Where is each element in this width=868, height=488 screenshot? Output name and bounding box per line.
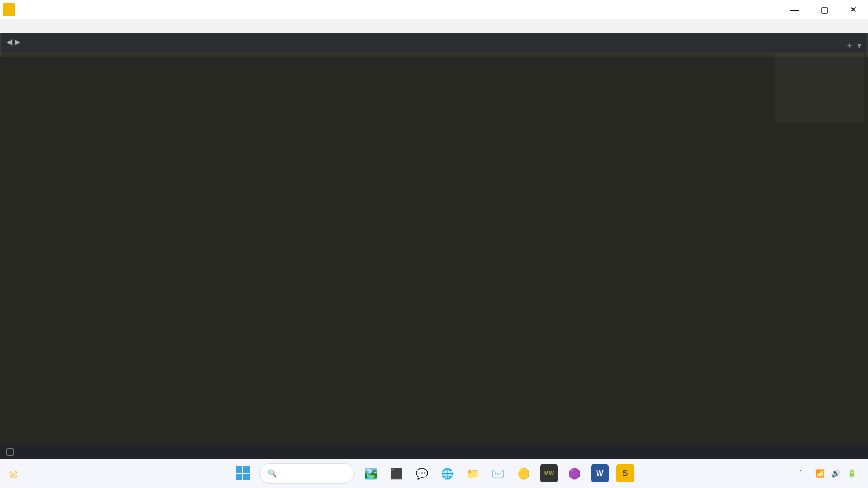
taskbar-search[interactable]: 🔍 bbox=[259, 463, 355, 484]
windows-logo-icon bbox=[236, 466, 250, 480]
tray-volume-icon[interactable]: 🔊 bbox=[831, 469, 841, 478]
taskbar-app-mail[interactable]: ✉️ bbox=[489, 464, 507, 482]
taskbar-app-word[interactable]: W bbox=[591, 464, 609, 482]
windows-taskbar: ◎ 🔍 🏞️ ⬛ 💬 🌐 📁 ✉️ 🟡 MW 🟣 W S ˄ 📶 🔊 🔋 bbox=[0, 459, 868, 488]
minimap[interactable] bbox=[766, 51, 868, 459]
editor[interactable] bbox=[0, 51, 868, 459]
taskbar-app-opera[interactable]: 🟣 bbox=[566, 464, 583, 482]
taskbar-app-explorer[interactable]: 📁 bbox=[464, 464, 482, 482]
tray-wifi-icon[interactable]: 📶 bbox=[815, 469, 825, 478]
taskbar-app-edge[interactable]: 🌐 bbox=[438, 464, 456, 482]
taskbar-app-sublime[interactable]: S bbox=[616, 464, 634, 482]
window-controls: — ▢ ✕ bbox=[780, 0, 868, 19]
start-button[interactable] bbox=[234, 464, 252, 482]
maximize-button[interactable]: ▢ bbox=[810, 0, 839, 19]
titlebar: — ▢ ✕ bbox=[0, 0, 868, 19]
tray-chevron-icon[interactable]: ˄ bbox=[799, 469, 803, 478]
taskbar-app-mw[interactable]: MW bbox=[540, 464, 558, 482]
code-area[interactable] bbox=[33, 51, 766, 459]
taskbar-app-taskview[interactable]: ⬛ bbox=[388, 464, 405, 482]
taskbar-center: 🔍 🏞️ ⬛ 💬 🌐 📁 ✉️ 🟡 MW 🟣 W S bbox=[234, 463, 634, 484]
close-button[interactable]: ✕ bbox=[839, 0, 868, 19]
taskbar-app-chat[interactable]: 💬 bbox=[413, 464, 431, 482]
taskbar-app-chrome[interactable]: 🟡 bbox=[515, 464, 532, 482]
app-icon bbox=[3, 3, 15, 16]
system-tray: ˄ 📶 🔊 🔋 bbox=[799, 469, 863, 478]
search-icon: 🔍 bbox=[268, 469, 277, 478]
tray-battery-icon[interactable]: 🔋 bbox=[847, 469, 857, 478]
status-icon[interactable] bbox=[6, 448, 14, 456]
line-number-gutter bbox=[0, 51, 33, 459]
minimize-button[interactable]: — bbox=[780, 0, 810, 19]
status-bar bbox=[0, 444, 868, 459]
taskbar-ticker[interactable]: ◎ bbox=[5, 470, 22, 478]
ticker-icon: ◎ bbox=[9, 470, 18, 478]
taskbar-app-landscape[interactable]: 🏞️ bbox=[362, 464, 380, 482]
